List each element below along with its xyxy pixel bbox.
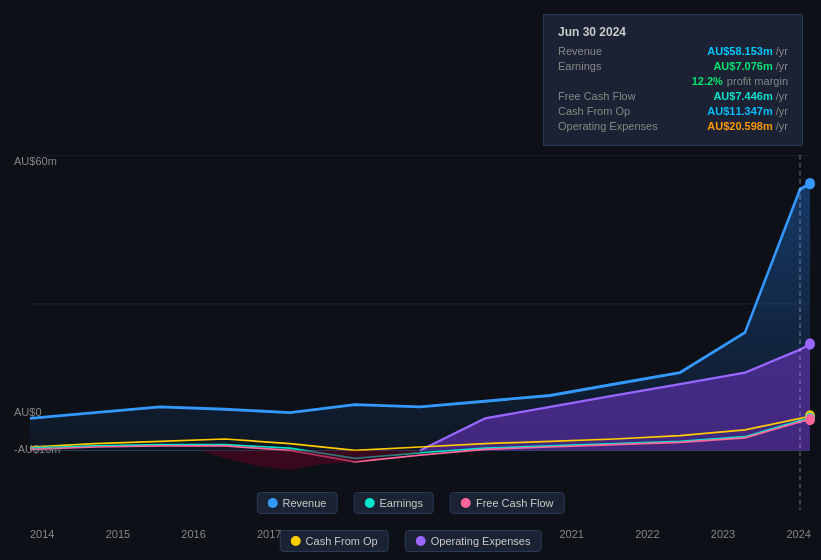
svg-point-8 [805,414,815,425]
tooltip-cashop-label: Cash From Op [558,105,668,117]
tooltip-fcf-label: Free Cash Flow [558,90,668,102]
profit-margin-pct: 12.2% [692,75,723,87]
profit-margin-label: profit margin [727,75,788,87]
legend-item-cashop[interactable]: Cash From Op [280,530,389,552]
opex-dot [416,536,426,546]
tooltip-fcf-row: Free Cash Flow AU$7.446m /yr [558,90,788,102]
y-label-neg: -AU$10m [14,443,60,455]
legend-item-earnings[interactable]: Earnings [353,492,433,514]
legend-label-cashop: Cash From Op [306,535,378,547]
chart-svg [0,155,821,510]
tooltip-opex-row: Operating Expenses AU$20.598m /yr [558,120,788,132]
tooltip-revenue-label: Revenue [558,45,668,57]
tooltip-cashop-value: AU$11.347m /yr [707,105,788,117]
x-label-2016: 2016 [181,528,205,540]
tooltip-opex-value: AU$20.598m /yr [707,120,788,132]
tooltip-opex-label: Operating Expenses [558,120,668,132]
cashop-dot [291,536,301,546]
tooltip-revenue-value: AU$58.153m /yr [707,45,788,57]
earnings-dot [364,498,374,508]
x-label-2024: 2024 [786,528,810,540]
tooltip-box: Jun 30 2024 Revenue AU$58.153m /yr Earni… [543,14,803,146]
y-label-zero: AU$0 [14,406,42,418]
legend: Revenue Earnings Free Cash Flow Cash Fro… [205,492,616,552]
x-label-2014: 2014 [30,528,54,540]
legend-label-revenue: Revenue [282,497,326,509]
legend-item-revenue[interactable]: Revenue [256,492,337,514]
tooltip-date: Jun 30 2024 [558,25,788,39]
legend-label-earnings: Earnings [379,497,422,509]
legend-item-fcf[interactable]: Free Cash Flow [450,492,565,514]
tooltip-earnings-label: Earnings [558,60,668,72]
x-label-2015: 2015 [106,528,130,540]
legend-label-fcf: Free Cash Flow [476,497,554,509]
chart-area: AU$60m [0,155,821,510]
tooltip-earnings-value: AU$7.076m /yr [713,60,788,72]
x-label-2023: 2023 [711,528,735,540]
svg-point-4 [805,178,815,189]
svg-point-5 [805,338,815,349]
fcf-dot [461,498,471,508]
profit-margin-row: 12.2% profit margin [558,75,788,87]
tooltip-earnings-row: Earnings AU$7.076m /yr [558,60,788,72]
tooltip-cashop-row: Cash From Op AU$11.347m /yr [558,105,788,117]
legend-item-opex[interactable]: Operating Expenses [405,530,542,552]
revenue-dot [267,498,277,508]
legend-label-opex: Operating Expenses [431,535,531,547]
tooltip-revenue-row: Revenue AU$58.153m /yr [558,45,788,57]
x-label-2022: 2022 [635,528,659,540]
tooltip-fcf-value: AU$7.446m /yr [713,90,788,102]
